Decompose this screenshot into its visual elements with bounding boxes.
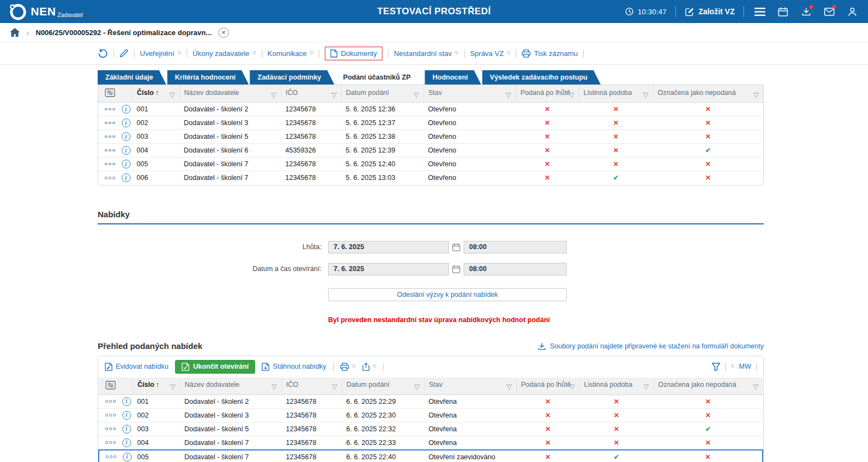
- create-vz-button[interactable]: Založit VZ: [685, 7, 735, 16]
- tab-zadavaci-podminky[interactable]: Zadávací podmínky: [250, 70, 334, 84]
- view-selector-mw[interactable]: MW: [739, 363, 751, 370]
- filter-caret-icon[interactable]: ▽: [170, 382, 176, 391]
- chevron-down-icon[interactable]: ▽: [731, 364, 734, 369]
- edit-record-icon[interactable]: [120, 49, 128, 58]
- filter-caret-icon[interactable]: ▽: [331, 91, 337, 99]
- print-grid-button[interactable]: ▽: [340, 363, 356, 371]
- column-header-8[interactable]: ▽Označena jako nepodaná: [653, 378, 763, 395]
- breadcrumb-record[interactable]: N006/25/V00005292 - Řešení optimalizace …: [36, 29, 212, 37]
- column-header-7[interactable]: ▽Listinná podoba: [579, 85, 653, 103]
- table-row[interactable]: i003Dodavatel - školení 5123456785. 6. 2…: [98, 130, 763, 144]
- column-header-2[interactable]: ▽Název dodavatele: [180, 378, 281, 395]
- row-info-icon[interactable]: i: [122, 173, 131, 182]
- otevirani-date-input[interactable]: 7. 6. 2025: [328, 263, 449, 275]
- row-menu-icon[interactable]: [105, 400, 116, 403]
- files-download-link[interactable]: Soubory podání najdete připravené ke sta…: [538, 342, 764, 351]
- column-header-4[interactable]: ▽Datum podání: [341, 85, 424, 103]
- column-header-7[interactable]: ▽Listinná podoba: [579, 378, 653, 395]
- menu-sprava-vz[interactable]: Správa VZ▽: [470, 49, 511, 58]
- column-header-6[interactable]: ▽Podaná po lhůtě: [516, 85, 579, 103]
- downloads-icon[interactable]: [799, 4, 813, 19]
- filter-caret-icon[interactable]: ▽: [643, 91, 649, 99]
- row-menu-icon[interactable]: [105, 122, 115, 125]
- row-menu-icon[interactable]: [105, 441, 116, 444]
- home-icon[interactable]: [10, 28, 20, 37]
- column-header-8[interactable]: ▽Označena jako nepodaná: [653, 85, 763, 103]
- column-header-3[interactable]: ▽IČO: [281, 378, 342, 395]
- filter-caret-icon[interactable]: ▽: [753, 382, 758, 391]
- history-icon[interactable]: [98, 48, 108, 59]
- menu-nestandardni-stav[interactable]: Nestandardní stav▽: [394, 49, 459, 58]
- filter-caret-icon[interactable]: ▽: [414, 91, 419, 99]
- row-info-icon[interactable]: i: [122, 397, 131, 406]
- calendar-picker-icon[interactable]: [452, 265, 460, 273]
- messages-icon[interactable]: [822, 4, 836, 19]
- row-info-icon[interactable]: i: [122, 146, 131, 155]
- filter-caret-icon[interactable]: ▽: [644, 382, 649, 391]
- row-info-icon[interactable]: i: [122, 119, 131, 127]
- grid-settings-icon[interactable]: [105, 381, 116, 390]
- row-menu-icon[interactable]: [105, 108, 115, 111]
- tab-vysledek-zadavaciho-postupu[interactable]: Výsledek zadávacího postupu: [482, 70, 601, 84]
- filter-caret-icon[interactable]: ▽: [506, 382, 512, 391]
- filter-caret-icon[interactable]: ▽: [414, 382, 420, 391]
- filter-caret-icon[interactable]: ▽: [170, 91, 175, 99]
- menu-komunikace[interactable]: Komunikace▽: [268, 49, 314, 58]
- column-header-1[interactable]: ▽Číslo↑: [132, 85, 179, 103]
- column-header-4[interactable]: ▽Datum podání: [342, 378, 424, 395]
- otevirani-time-input[interactable]: 08:00: [464, 263, 567, 275]
- column-header-3[interactable]: ▽IČO: [281, 85, 341, 103]
- row-menu-icon[interactable]: [105, 414, 116, 416]
- lhuta-date-input[interactable]: 7. 6. 2025: [328, 241, 449, 253]
- column-header-6[interactable]: ▽Podaná po lhůtě: [516, 378, 579, 395]
- row-menu-icon[interactable]: [105, 136, 115, 138]
- filter-caret-icon[interactable]: ▽: [271, 91, 277, 99]
- lhuta-time-input[interactable]: 08:00: [464, 241, 567, 253]
- row-menu-icon[interactable]: [105, 149, 115, 152]
- tab-zakladni-udaje[interactable]: Základní údaje: [98, 70, 166, 84]
- row-info-icon[interactable]: i: [122, 438, 131, 447]
- filter-caret-icon[interactable]: ▽: [272, 382, 277, 391]
- filter-icon[interactable]: [712, 363, 720, 371]
- table-row[interactable]: i004Dodavatel - školení 6453593265. 6. 2…: [98, 144, 763, 157]
- table-row[interactable]: i001Dodavatel - školení 2123456786. 6. 2…: [99, 395, 763, 408]
- row-menu-icon[interactable]: [105, 427, 116, 430]
- menu-dokumenty[interactable]: Dokumenty: [330, 49, 377, 58]
- calendar-icon[interactable]: [776, 4, 790, 19]
- hamburger-menu-icon[interactable]: [753, 4, 767, 19]
- column-header-5[interactable]: ▽Stav: [424, 85, 516, 103]
- grid-settings-icon[interactable]: [105, 88, 115, 97]
- row-menu-icon[interactable]: [105, 163, 115, 166]
- row-info-icon[interactable]: i: [122, 425, 131, 433]
- row-info-icon[interactable]: i: [122, 411, 131, 420]
- row-info-icon[interactable]: i: [122, 160, 131, 168]
- filter-caret-icon[interactable]: ▽: [753, 91, 759, 99]
- tab-hodnoceni[interactable]: Hodnocení: [425, 70, 481, 84]
- send-invitation-button[interactable]: Odeslání výzvy k podání nabídek: [328, 288, 567, 301]
- column-header-2[interactable]: ▽Název dodavatele: [179, 85, 281, 103]
- row-info-icon[interactable]: i: [122, 105, 131, 114]
- table-row[interactable]: i005Dodavatel - školení 7123456786. 6. 2…: [99, 450, 763, 462]
- calendar-picker-icon[interactable]: [452, 243, 460, 251]
- row-info-icon[interactable]: i: [123, 453, 132, 461]
- table-row[interactable]: i001Dodavatel - školení 2123456785. 6. 2…: [98, 103, 763, 116]
- table-row[interactable]: i002Dodavatel - školení 3123456786. 6. 2…: [99, 408, 763, 422]
- table-row[interactable]: i005Dodavatel - školení 7123456785. 6. 2…: [98, 157, 763, 171]
- tab-kriteria-hodnoceni[interactable]: Kritéria hodnocení: [167, 70, 249, 84]
- table-row[interactable]: i003Dodavatel - školení 5123456786. 6. 2…: [99, 422, 763, 436]
- menu-ukony-zadavatele[interactable]: Úkony zadavatele▽: [193, 49, 256, 58]
- stahnout-nabidky-button[interactable]: Stáhnout nabídky: [262, 363, 326, 371]
- export-grid-button[interactable]: ▽: [362, 363, 376, 371]
- filter-caret-icon[interactable]: ▽: [506, 91, 511, 99]
- table-row[interactable]: i006Dodavatel - školení 7123456785. 6. 2…: [98, 171, 763, 185]
- menu-uverejneni[interactable]: Uveřejnění▽: [140, 49, 181, 58]
- ukoncit-otevirani-button[interactable]: Ukončit otevírání: [175, 360, 255, 374]
- column-header-1[interactable]: ▽Číslo↑: [133, 378, 180, 395]
- tab-podani-ucastniku-zp[interactable]: Podání účastníků ZP: [335, 70, 424, 84]
- row-menu-icon[interactable]: [105, 177, 115, 179]
- filter-caret-icon[interactable]: ▽: [332, 382, 337, 391]
- nen-home-link[interactable]: NEN Zadavatel: [9, 3, 83, 20]
- menu-tisk-zaznamu[interactable]: Tisk záznamu: [522, 49, 578, 58]
- user-icon[interactable]: [845, 4, 859, 19]
- table-row[interactable]: i002Dodavatel - školení 3123456785. 6. 2…: [98, 116, 763, 130]
